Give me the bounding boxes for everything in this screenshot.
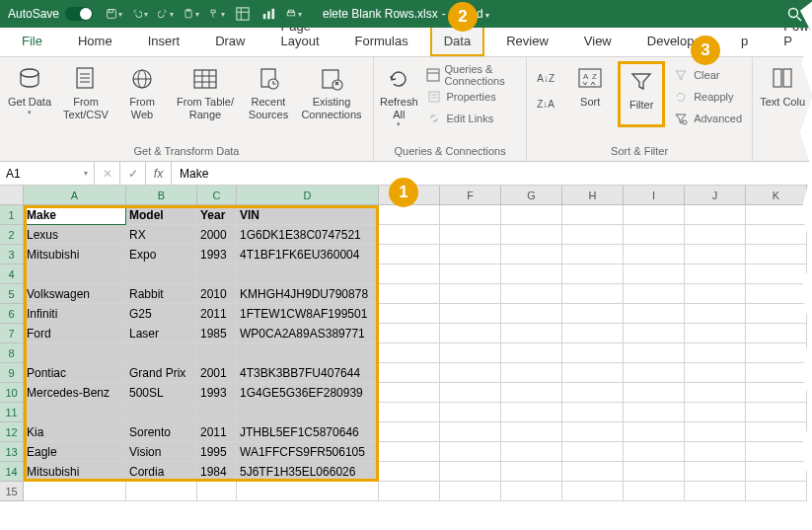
cell[interactable]: [685, 442, 746, 462]
cell[interactable]: [746, 343, 807, 363]
properties-button[interactable]: Properties: [422, 87, 521, 107]
cell[interactable]: [379, 304, 440, 324]
cell[interactable]: [440, 265, 501, 284]
cell[interactable]: [624, 343, 685, 363]
cell[interactable]: [562, 383, 624, 403]
cell[interactable]: [440, 482, 501, 501]
cell[interactable]: [624, 403, 685, 422]
cell[interactable]: [746, 403, 807, 422]
cell[interactable]: [746, 225, 807, 245]
advanced-filter-button[interactable]: Advanced: [669, 109, 746, 128]
cell[interactable]: [501, 324, 562, 343]
cell[interactable]: 1G4GE5G36EF280939: [237, 383, 379, 403]
col-header-i[interactable]: I: [624, 186, 685, 204]
cell[interactable]: [379, 403, 440, 422]
row-header[interactable]: 14: [0, 462, 24, 482]
cell[interactable]: [685, 462, 746, 482]
cell[interactable]: [685, 225, 746, 245]
cell[interactable]: KMHGH4JH9DU790878: [237, 284, 379, 304]
existing-connections-button[interactable]: Existing Connections: [296, 61, 367, 121]
cell[interactable]: [440, 383, 501, 403]
cell[interactable]: [562, 245, 624, 265]
cell[interactable]: Sorento: [126, 422, 197, 442]
cell[interactable]: [685, 363, 746, 383]
tab-insert[interactable]: Insert: [134, 26, 194, 56]
col-header-c[interactable]: C: [197, 186, 237, 204]
cell[interactable]: [379, 284, 440, 304]
row-header[interactable]: 1: [0, 205, 24, 225]
cell[interactable]: [379, 324, 440, 343]
search-icon[interactable]: [786, 6, 802, 22]
cell[interactable]: [379, 482, 440, 501]
row-header[interactable]: 8: [0, 343, 24, 363]
cell[interactable]: [685, 205, 746, 225]
cell[interactable]: [379, 422, 440, 442]
cell[interactable]: [197, 265, 237, 284]
row-header[interactable]: 10: [0, 383, 24, 403]
cell[interactable]: 1993: [197, 245, 237, 265]
cell[interactable]: [197, 482, 237, 501]
cell[interactable]: [379, 265, 440, 284]
edit-links-button[interactable]: Edit Links: [422, 109, 521, 128]
cell[interactable]: Mitsubishi: [24, 245, 126, 265]
col-header-a[interactable]: A: [24, 186, 126, 204]
tab-file[interactable]: File: [8, 26, 56, 56]
cell[interactable]: [746, 383, 807, 403]
cell[interactable]: [501, 284, 562, 304]
row-header[interactable]: 11: [0, 403, 24, 422]
cell[interactable]: Pontiac: [24, 363, 126, 383]
cell[interactable]: Mercedes-Benz: [24, 383, 126, 403]
cell[interactable]: [562, 324, 624, 343]
cell[interactable]: [379, 225, 440, 245]
select-all-corner[interactable]: [0, 186, 24, 204]
cell[interactable]: [501, 363, 562, 383]
cell[interactable]: WP0CA2A89AS389771: [237, 324, 379, 343]
cell[interactable]: 2011: [197, 304, 237, 324]
row-header[interactable]: 13: [0, 442, 24, 462]
cell[interactable]: [746, 304, 807, 324]
row-header[interactable]: 5: [0, 284, 24, 304]
cell[interactable]: [440, 363, 501, 383]
refresh-all-button[interactable]: Refresh All: [380, 61, 418, 128]
cell[interactable]: [624, 363, 685, 383]
cell[interactable]: Volkswagen: [24, 284, 126, 304]
print-preview-icon[interactable]: [286, 6, 302, 22]
cell[interactable]: [685, 324, 746, 343]
cell[interactable]: 500SL: [126, 383, 197, 403]
cell[interactable]: [440, 284, 501, 304]
cell[interactable]: 1995: [197, 442, 237, 462]
tab-formulas[interactable]: Formulas: [341, 26, 422, 56]
cell[interactable]: [562, 205, 624, 225]
cell[interactable]: [237, 343, 379, 363]
cell[interactable]: Model: [126, 205, 197, 225]
cell[interactable]: [440, 462, 501, 482]
cell[interactable]: [501, 245, 562, 265]
clear-filter-button[interactable]: Clear: [669, 65, 746, 85]
col-header-f[interactable]: F: [440, 186, 501, 204]
queries-connections-button[interactable]: Queries & Connections: [422, 65, 521, 85]
cell[interactable]: [624, 324, 685, 343]
cell[interactable]: [440, 225, 501, 245]
cell[interactable]: [379, 245, 440, 265]
cell[interactable]: WA1FFCFS9FR506105: [237, 442, 379, 462]
cell[interactable]: [379, 462, 440, 482]
cell[interactable]: Mitsubishi: [24, 462, 126, 482]
cell[interactable]: [126, 265, 197, 284]
cell[interactable]: [746, 422, 807, 442]
col-header-d[interactable]: D: [237, 186, 379, 204]
cell[interactable]: [685, 482, 746, 501]
row-header[interactable]: 7: [0, 324, 24, 343]
cell[interactable]: [746, 245, 807, 265]
cell[interactable]: [685, 383, 746, 403]
cell[interactable]: [379, 205, 440, 225]
cell[interactable]: [562, 363, 624, 383]
cell[interactable]: [197, 403, 237, 422]
cell[interactable]: [624, 462, 685, 482]
tab-view[interactable]: View: [570, 26, 626, 56]
cell[interactable]: [746, 265, 807, 284]
cell[interactable]: [440, 324, 501, 343]
cell[interactable]: [562, 482, 624, 501]
filter-button[interactable]: Filter: [618, 61, 665, 127]
cell[interactable]: [624, 205, 685, 225]
cell[interactable]: 5J6TF1H35EL066026: [237, 462, 379, 482]
